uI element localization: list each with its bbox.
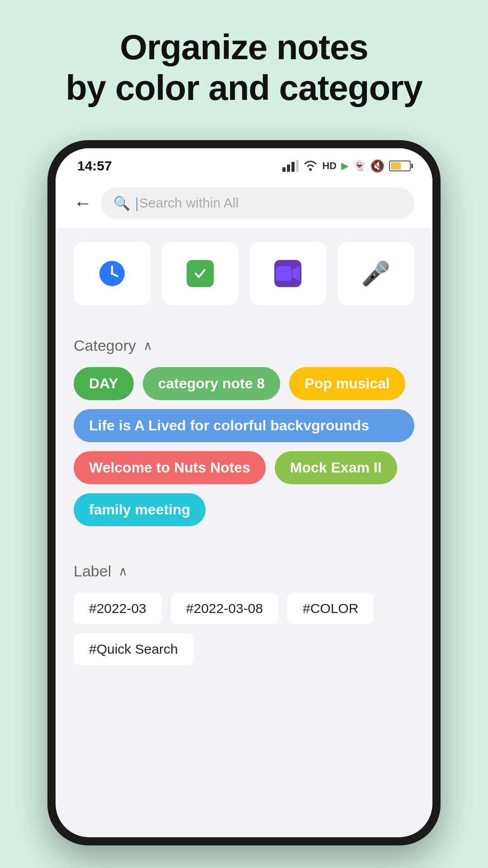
label-tags: #2022-03 #2022-03-08 #COLOR #Quick Searc…: [74, 593, 414, 665]
clock-icon: [99, 260, 126, 287]
hd-label: HD: [322, 160, 337, 172]
play-icon: ▶: [341, 160, 349, 172]
svg-point-8: [111, 272, 113, 275]
header-line2: by color and category: [66, 68, 422, 108]
label-tag-2022-03[interactable]: #2022-03: [74, 593, 162, 624]
svg-rect-1: [287, 165, 290, 172]
quick-icon-clock[interactable]: [74, 242, 151, 305]
status-icons: HD ▶ 👻 🔇: [282, 159, 411, 173]
quick-icon-task[interactable]: [162, 242, 239, 305]
category-tag-welcome[interactable]: Welcome to Nuts Notes: [74, 451, 266, 484]
label-title: Label: [74, 562, 111, 580]
wifi-icon: [303, 160, 318, 172]
signal-icon: [282, 160, 299, 172]
svg-rect-10: [276, 266, 291, 281]
svg-rect-0: [282, 167, 286, 172]
label-section: Label ∧ #2022-03 #2022-03-08 #COLOR #Qui…: [56, 553, 432, 670]
page-header: Organize notes by color and category: [0, 0, 488, 126]
search-icon: 🔍: [113, 195, 130, 211]
category-tags: DAY category note 8 Pop musical Life is …: [74, 367, 414, 526]
status-bar: 14:57 HD ▶: [56, 148, 432, 178]
category-title: Category: [74, 337, 136, 354]
search-bar-row: ← 🔍 Search within All: [56, 178, 432, 228]
quick-icon-mic[interactable]: 🎤: [338, 242, 415, 305]
svg-rect-2: [291, 162, 295, 172]
cursor: [136, 198, 137, 211]
back-button[interactable]: ←: [74, 193, 92, 213]
search-bar[interactable]: 🔍 Search within All: [101, 187, 414, 219]
quick-icon-video[interactable]: [249, 242, 327, 305]
mic-icon: 🎤: [361, 260, 390, 288]
silent-icon: 🔇: [370, 159, 385, 173]
category-header: Category ∧: [74, 337, 414, 354]
category-tag-pop[interactable]: Pop musical: [289, 367, 405, 400]
phone-frame: 14:57 HD ▶: [47, 140, 441, 845]
svg-rect-3: [296, 160, 299, 172]
svg-point-4: [309, 168, 312, 171]
quick-icons-row: 🎤: [56, 228, 432, 314]
task-icon: [187, 260, 214, 287]
category-tag-mock[interactable]: Mock Exam II: [275, 451, 397, 484]
label-tag-2022-03-08[interactable]: #2022-03-08: [171, 593, 278, 624]
label-tag-color[interactable]: #COLOR: [287, 593, 374, 624]
category-tag-family[interactable]: family meeting: [74, 493, 206, 526]
category-section: Category ∧ DAY category note 8 Pop music…: [56, 328, 432, 535]
category-chevron-icon[interactable]: ∧: [143, 338, 153, 353]
label-chevron-icon[interactable]: ∧: [118, 564, 128, 579]
video-icon: [274, 260, 301, 287]
search-input[interactable]: Search within All: [136, 195, 402, 211]
battery-icon: [389, 160, 411, 171]
status-time: 14:57: [77, 158, 112, 174]
category-tag-note8[interactable]: category note 8: [143, 367, 281, 400]
category-tag-day[interactable]: DAY: [74, 367, 134, 400]
svg-marker-11: [292, 266, 300, 281]
phone-screen: 14:57 HD ▶: [56, 148, 432, 837]
label-header: Label ∧: [74, 562, 414, 580]
category-tag-life[interactable]: Life is A Lived for colorful backvground…: [74, 409, 414, 442]
label-tag-quick-search[interactable]: #Quick Search: [74, 633, 193, 665]
header-line1: Organize notes: [120, 27, 368, 67]
ghost-icon: 👻: [353, 160, 366, 172]
